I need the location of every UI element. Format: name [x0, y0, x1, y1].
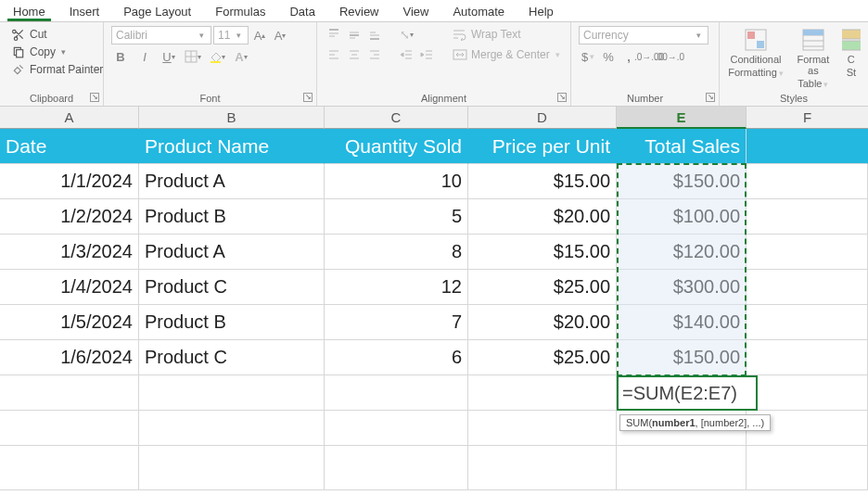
cell-styles-button[interactable]: C St	[842, 26, 861, 80]
cell-price[interactable]: $25.00	[468, 270, 617, 305]
cell[interactable]	[747, 270, 868, 305]
cell-total[interactable]: $150.00	[617, 164, 747, 199]
cell[interactable]	[747, 164, 868, 199]
cell[interactable]	[139, 375, 325, 411]
cell[interactable]	[747, 305, 868, 340]
cell-product[interactable]: Product A	[139, 235, 325, 270]
clipboard-launcher[interactable]: ↘	[90, 93, 99, 102]
orientation-button[interactable]: ⤡▾	[397, 26, 415, 43]
fill-color-button[interactable]: ▾	[208, 48, 226, 65]
tab-home[interactable]: Home	[7, 1, 51, 21]
col-header-E[interactable]: E	[617, 107, 747, 129]
merge-center-button[interactable]: Merge & Center	[449, 46, 564, 63]
cell-qty[interactable]: 10	[325, 164, 468, 199]
cell[interactable]	[617, 446, 747, 490]
cell-total[interactable]: $140.00	[617, 305, 747, 340]
tab-help[interactable]: Help	[523, 1, 559, 21]
cell[interactable]	[468, 446, 617, 490]
format-as-table-button[interactable]: Format as Table	[790, 26, 836, 91]
cell[interactable]	[468, 375, 617, 411]
col-header-F[interactable]: F	[747, 107, 868, 129]
cell[interactable]	[747, 446, 868, 490]
cell-qty[interactable]: 7	[325, 305, 468, 340]
cell[interactable]	[139, 446, 325, 490]
increase-indent-button[interactable]	[417, 46, 436, 63]
cell-price[interactable]: $25.00	[468, 340, 617, 375]
cell-qty[interactable]: 6	[325, 340, 468, 375]
cell[interactable]	[747, 199, 868, 235]
borders-button[interactable]: ▾	[184, 48, 202, 65]
cell-total[interactable]: $100.00	[617, 199, 747, 235]
align-left-button[interactable]	[325, 46, 343, 63]
cell-date[interactable]: 1/3/2024	[0, 235, 139, 270]
cell-F1[interactable]	[747, 129, 868, 164]
cell-date[interactable]: 1/2/2024	[0, 199, 139, 235]
header-date[interactable]: Date	[0, 129, 139, 164]
tab-data[interactable]: Data	[284, 1, 320, 21]
tab-view[interactable]: View	[398, 1, 435, 21]
cell-total[interactable]: $150.00	[617, 340, 747, 375]
cell[interactable]	[747, 340, 868, 375]
cell-qty[interactable]: 12	[325, 270, 468, 305]
increase-font-button[interactable]: A▴	[250, 27, 269, 44]
number-launcher[interactable]: ↘	[706, 93, 715, 102]
font-launcher[interactable]: ↘	[303, 93, 313, 102]
cell-total[interactable]: $300.00	[617, 270, 747, 305]
cell-qty[interactable]: 5	[325, 199, 468, 235]
header-price[interactable]: Price per Unit	[468, 129, 617, 164]
tab-formulas[interactable]: Formulas	[210, 1, 271, 21]
header-total[interactable]: Total Sales	[617, 129, 747, 164]
tab-page-layout[interactable]: Page Layout	[118, 1, 197, 21]
tab-insert[interactable]: Insert	[64, 1, 106, 21]
cell-date[interactable]: 1/5/2024	[0, 305, 139, 340]
align-center-button[interactable]	[345, 46, 364, 63]
accounting-format-button[interactable]: $	[579, 48, 597, 65]
format-painter-button[interactable]: Format Painter	[7, 61, 107, 78]
cell[interactable]	[747, 235, 868, 270]
decrease-font-button[interactable]: A▾	[271, 27, 289, 44]
font-color-button[interactable]: A ▾	[232, 48, 250, 65]
cut-button[interactable]: Cut	[7, 26, 107, 43]
tab-automate[interactable]: Automate	[447, 1, 510, 21]
cell-date[interactable]: 1/1/2024	[0, 164, 139, 199]
decrease-decimal-button[interactable]: .00→.0	[660, 48, 679, 65]
cell[interactable]	[325, 375, 468, 411]
cell-price[interactable]: $15.00	[468, 164, 617, 199]
col-header-C[interactable]: C	[325, 107, 468, 129]
cell[interactable]	[325, 411, 468, 446]
cell-product[interactable]: Product A	[139, 164, 325, 199]
cell-product[interactable]: Product C	[139, 340, 325, 375]
cell[interactable]	[0, 375, 139, 411]
italic-button[interactable]: I	[135, 48, 154, 65]
cell[interactable]	[0, 411, 139, 446]
col-header-D[interactable]: D	[468, 107, 617, 129]
align-bottom-button[interactable]	[365, 26, 384, 43]
cell-price[interactable]: $20.00	[468, 305, 617, 340]
cell[interactable]	[0, 446, 139, 490]
active-edit-cell[interactable]: =SUM(E2:E7)	[617, 375, 758, 411]
cell-price[interactable]: $20.00	[468, 199, 617, 235]
cell[interactable]	[325, 446, 468, 490]
align-middle-button[interactable]	[345, 26, 364, 43]
number-format-combo[interactable]: Currency ▾	[579, 26, 708, 44]
cell-date[interactable]: 1/4/2024	[0, 270, 139, 305]
align-top-button[interactable]	[325, 26, 343, 43]
conditional-formatting-button[interactable]: Conditional Formatting	[727, 26, 785, 80]
tab-review[interactable]: Review	[334, 1, 385, 21]
decrease-indent-button[interactable]	[397, 46, 415, 63]
align-right-button[interactable]	[365, 46, 384, 63]
copy-button[interactable]: Copy	[7, 44, 107, 60]
alignment-launcher[interactable]: ↘	[557, 93, 567, 102]
col-header-A[interactable]: A	[0, 107, 139, 129]
cell-price[interactable]: $15.00	[468, 235, 617, 270]
cell[interactable]	[139, 411, 325, 446]
cell-date[interactable]: 1/6/2024	[0, 340, 139, 375]
bold-button[interactable]: B	[111, 48, 130, 65]
header-qty[interactable]: Quantity Sold	[325, 129, 468, 164]
cell-product[interactable]: Product B	[139, 199, 325, 235]
spreadsheet[interactable]: A B C D E F Date Product Name Quantity S…	[0, 107, 868, 490]
cell-total[interactable]: $120.00	[617, 235, 747, 270]
cell-product[interactable]: Product C	[139, 270, 325, 305]
col-header-B[interactable]: B	[139, 107, 325, 129]
cell[interactable]	[468, 411, 617, 446]
